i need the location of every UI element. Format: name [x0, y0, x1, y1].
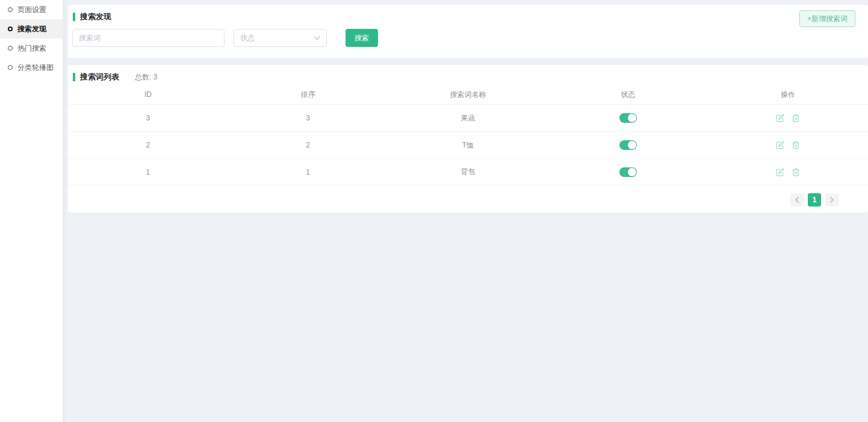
cell-id: 1 — [68, 168, 228, 176]
toggle-knob — [628, 114, 636, 122]
delete-icon[interactable] — [792, 141, 800, 149]
status-select-placeholder: 状态 — [240, 33, 255, 43]
search-term-list-panel: 搜索词列表 总数: 3 ID 排序 搜索词名称 状态 操作 3 3 果蔬 — [68, 65, 868, 213]
radio-circle-icon — [8, 65, 13, 70]
radio-circle-icon — [8, 26, 13, 31]
delete-icon[interactable] — [792, 114, 800, 122]
add-search-term-button[interactable]: +新增搜索词 — [799, 10, 855, 27]
cell-sort: 1 — [228, 168, 388, 176]
status-select[interactable]: 状态 — [234, 29, 327, 47]
column-header-status: 状态 — [548, 90, 708, 100]
table-header-row: ID 排序 搜索词名称 状态 操作 — [68, 85, 868, 104]
edit-icon[interactable] — [776, 141, 784, 149]
toggle-knob — [628, 168, 636, 176]
search-button[interactable]: 搜索 — [346, 29, 378, 47]
sidebar-item-label: 热门搜索 — [17, 43, 46, 54]
cell-id: 2 — [68, 141, 228, 149]
status-toggle[interactable] — [619, 140, 637, 150]
search-form: 状态 搜索 — [72, 29, 378, 47]
status-toggle[interactable] — [619, 113, 637, 123]
sidebar-item-label: 页面设置 — [17, 5, 46, 15]
list-title: 搜索词列表 — [80, 72, 119, 82]
column-header-name: 搜索词名称 — [388, 90, 548, 100]
table-row: 3 3 果蔬 — [68, 104, 868, 131]
cell-sort: 3 — [228, 114, 388, 122]
cell-name: 背包 — [388, 167, 548, 177]
table-row: 1 1 背包 — [68, 158, 868, 185]
column-header-sort: 排序 — [228, 90, 388, 100]
cell-name: 果蔬 — [388, 113, 548, 123]
search-term-table: ID 排序 搜索词名称 状态 操作 3 3 果蔬 — [68, 85, 868, 185]
total-count-label: 总数: 3 — [135, 72, 157, 82]
delete-icon[interactable] — [792, 168, 800, 176]
sidebar-item-hot-search[interactable]: 热门搜索 — [0, 39, 63, 58]
column-header-actions: 操作 — [708, 90, 868, 100]
search-filter-panel: 搜索发现 状态 搜索 +新增搜索词 — [68, 5, 868, 58]
status-toggle[interactable] — [619, 167, 637, 177]
next-page-button[interactable] — [825, 193, 839, 206]
radio-circle-icon — [8, 46, 13, 51]
table-row: 2 2 T恤 — [68, 131, 868, 158]
search-keyword-input[interactable] — [72, 29, 225, 47]
list-panel-title: 搜索词列表 总数: 3 — [68, 65, 868, 83]
search-panel-title: 搜索发现 — [68, 5, 868, 23]
sidebar-item-search-discovery[interactable]: 搜索发现 — [0, 19, 63, 39]
sidebar-item-label: 分类轮播图 — [17, 63, 54, 73]
edit-icon[interactable] — [776, 114, 784, 122]
sidebar: 页面设置 搜索发现 热门搜索 分类轮播图 — [0, 0, 63, 422]
sidebar-item-page-settings[interactable]: 页面设置 — [0, 0, 63, 19]
column-header-id: ID — [68, 90, 228, 99]
radio-circle-icon — [8, 7, 13, 12]
cell-id: 3 — [68, 114, 228, 122]
sidebar-item-category-carousel[interactable]: 分类轮播图 — [0, 58, 63, 77]
title-accent-bar — [73, 13, 75, 21]
edit-icon[interactable] — [776, 168, 784, 176]
page-title: 搜索发现 — [80, 11, 111, 22]
chevron-down-icon — [314, 36, 320, 40]
toggle-knob — [628, 141, 636, 149]
cell-sort: 2 — [228, 141, 388, 149]
prev-page-button[interactable] — [790, 193, 804, 206]
title-accent-bar — [73, 73, 75, 81]
pagination: 1 — [790, 193, 839, 206]
page-number-button[interactable]: 1 — [808, 193, 821, 206]
sidebar-item-label: 搜索发现 — [17, 24, 46, 34]
cell-name: T恤 — [388, 140, 548, 150]
